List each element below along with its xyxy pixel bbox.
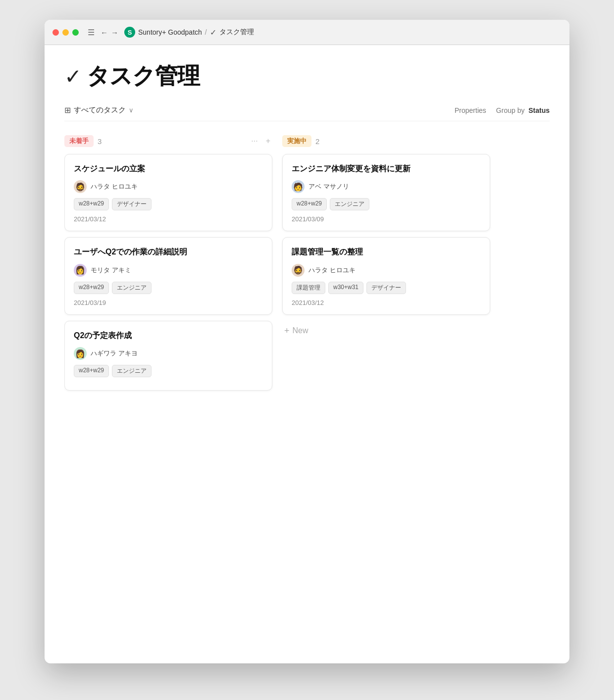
task-assignee: 🧔 ハラタ ヒロユキ bbox=[74, 180, 263, 193]
column-count-inprogress: 2 bbox=[315, 137, 319, 146]
groupby-selector[interactable]: Group by Status bbox=[496, 106, 550, 114]
toolbar-right: Properties Group by Status bbox=[455, 106, 550, 114]
view-label: すべてのタスク bbox=[74, 105, 126, 115]
properties-button[interactable]: Properties bbox=[455, 106, 486, 114]
task-tags: w28+w29 エンジニア bbox=[74, 282, 263, 294]
task-card-issues[interactable]: 課題管理一覧の整理 🧔 ハラタ ヒロユキ 課題管理 w30+w31 デザイナー … bbox=[282, 237, 490, 314]
chevron-down-icon: ∨ bbox=[129, 106, 134, 114]
groupby-value: Status bbox=[528, 106, 550, 114]
column-actions-unmoved: ··· + bbox=[249, 136, 272, 147]
view-icon: ⊞ bbox=[64, 105, 71, 115]
status-badge-inprogress: 実施中 bbox=[282, 135, 311, 147]
task-title: 課題管理一覧の整理 bbox=[292, 247, 481, 257]
minimize-button[interactable] bbox=[62, 29, 69, 36]
task-title: エンジニア体制変更を資料に更新 bbox=[292, 163, 481, 174]
task-card-user-q2[interactable]: ユーザへQ2での作業の詳細説明 👩 モリタ アキミ w28+w29 エンジニア … bbox=[64, 237, 272, 314]
task-date: 2021/03/12 bbox=[292, 299, 481, 306]
task-card-engineer[interactable]: エンジニア体制変更を資料に更新 🧑 アベ マサノリ w28+w29 エンジニア … bbox=[282, 154, 490, 231]
assignee-name: ハラタ ヒロユキ bbox=[308, 266, 356, 275]
assignee-name: アベ マサノリ bbox=[308, 182, 349, 191]
view-selector[interactable]: ⊞ すべてのタスク ∨ bbox=[64, 105, 134, 115]
traffic-lights bbox=[52, 29, 79, 36]
task-title: ユーザへQ2での作業の詳細説明 bbox=[74, 247, 263, 257]
column-add-button[interactable]: + bbox=[264, 136, 272, 147]
task-tags: 課題管理 w30+w31 デザイナー bbox=[292, 282, 481, 294]
assignee-name: ハギワラ アキヨ bbox=[91, 349, 138, 358]
title-checkmark-icon: ✓ bbox=[64, 64, 82, 89]
tag: エンジニア bbox=[330, 198, 369, 210]
fullscreen-button[interactable] bbox=[72, 29, 79, 36]
column-header-unmoved: 未着手 3 ··· + bbox=[64, 135, 272, 147]
task-date: 2021/03/12 bbox=[74, 215, 263, 223]
page-title-row: ✓ タスク管理 bbox=[64, 61, 550, 92]
groupby-label: Group by bbox=[496, 106, 525, 114]
tag: デザイナー bbox=[112, 198, 152, 210]
task-tags: w28+w29 エンジニア bbox=[74, 365, 263, 377]
tag: エンジニア bbox=[112, 365, 152, 377]
tag: w28+w29 bbox=[74, 198, 109, 210]
tag: w28+w29 bbox=[74, 365, 109, 377]
column-header-inprogress: 実施中 2 bbox=[282, 135, 490, 147]
browser-chrome: ☰ ← → S Suntory+ Goodpatch / ✓ タスク管理 bbox=[45, 20, 569, 45]
nav-arrows: ← → bbox=[101, 28, 118, 37]
close-button[interactable] bbox=[52, 29, 59, 36]
back-button[interactable]: ← bbox=[101, 28, 108, 37]
status-badge-unmoved: 未着手 bbox=[64, 135, 94, 147]
task-date: 2021/03/19 bbox=[74, 299, 263, 306]
forward-button[interactable]: → bbox=[111, 28, 118, 37]
avatar: 🧔 bbox=[292, 264, 305, 277]
page-title: タスク管理 bbox=[87, 61, 200, 92]
avatar: 🧔 bbox=[74, 180, 87, 193]
plus-icon: + bbox=[284, 326, 290, 336]
breadcrumb-page: タスク管理 bbox=[219, 28, 254, 37]
task-tags: w28+w29 デザイナー bbox=[74, 198, 263, 210]
breadcrumb-separator: / bbox=[205, 28, 207, 36]
breadcrumb: S Suntory+ Goodpatch / ✓ タスク管理 bbox=[124, 27, 254, 38]
task-assignee: 👩 ハギワラ アキヨ bbox=[74, 347, 263, 360]
column-count-unmoved: 3 bbox=[98, 137, 102, 146]
page-content: ✓ タスク管理 ⊞ すべてのタスク ∨ Properties Group by … bbox=[45, 45, 569, 416]
board-container: 未着手 3 ··· + スケジュールの立案 🧔 ハラタ ヒロユキ w28 bbox=[64, 135, 550, 397]
task-card-schedule[interactable]: スケジュールの立案 🧔 ハラタ ヒロユキ w28+w29 デザイナー 2021/… bbox=[64, 154, 272, 231]
toolbar: ⊞ すべてのタスク ∨ Properties Group by Status bbox=[64, 105, 550, 121]
tag: w28+w29 bbox=[292, 198, 327, 210]
avatar: 👩 bbox=[74, 347, 87, 360]
task-title: スケジュールの立案 bbox=[74, 163, 263, 174]
task-card-q2-schedule[interactable]: Q2の予定表作成 👩 ハギワラ アキヨ w28+w29 エンジニア bbox=[64, 321, 272, 391]
page-icon: ✓ bbox=[210, 28, 216, 37]
task-assignee: 🧔 ハラタ ヒロユキ bbox=[292, 264, 481, 277]
task-tags: w28+w29 エンジニア bbox=[292, 198, 481, 210]
column-inprogress: 実施中 2 エンジニア体制変更を資料に更新 🧑 アベ マサノリ w28+w29 … bbox=[282, 135, 490, 397]
column-unmoved: 未着手 3 ··· + スケジュールの立案 🧔 ハラタ ヒロユキ w28 bbox=[64, 135, 272, 397]
assignee-name: ハラタ ヒロユキ bbox=[91, 182, 138, 191]
task-title: Q2の予定表作成 bbox=[74, 330, 263, 341]
avatar: 👩 bbox=[74, 264, 87, 277]
task-date: 2021/03/09 bbox=[292, 215, 481, 223]
hamburger-icon[interactable]: ☰ bbox=[88, 28, 95, 37]
tag: w30+w31 bbox=[328, 282, 363, 294]
assignee-name: モリタ アキミ bbox=[91, 266, 131, 275]
tag: エンジニア bbox=[112, 282, 152, 294]
new-label: New bbox=[293, 326, 308, 335]
task-assignee: 👩 モリタ アキミ bbox=[74, 264, 263, 277]
breadcrumb-site: Suntory+ Goodpatch bbox=[138, 28, 202, 36]
column-more-button[interactable]: ··· bbox=[249, 136, 259, 147]
tag: w28+w29 bbox=[74, 282, 109, 294]
tag: デザイナー bbox=[366, 282, 406, 294]
new-task-button[interactable]: + New bbox=[282, 321, 490, 341]
task-assignee: 🧑 アベ マサノリ bbox=[292, 180, 481, 193]
site-logo: S bbox=[124, 27, 135, 38]
tag: 課題管理 bbox=[292, 282, 325, 294]
avatar: 🧑 bbox=[292, 180, 305, 193]
browser-window: ☰ ← → S Suntory+ Goodpatch / ✓ タスク管理 ✓ タ… bbox=[45, 20, 569, 663]
